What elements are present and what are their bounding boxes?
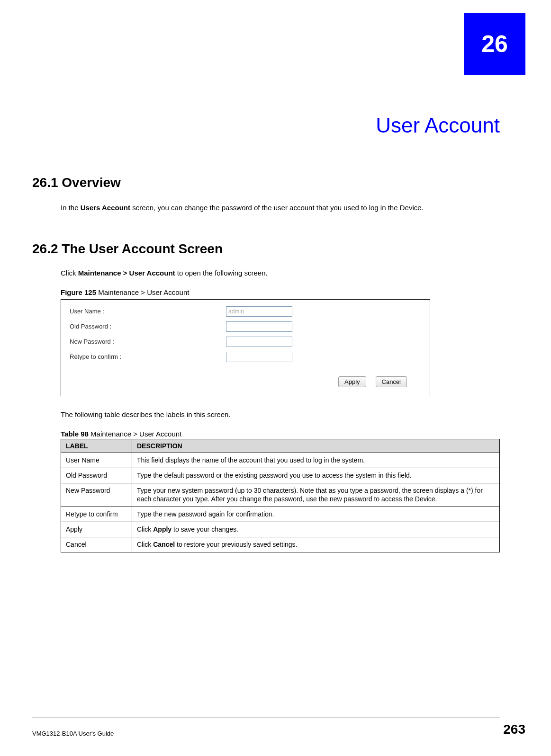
table-row: New Password Type your new system passwo… <box>61 483 500 507</box>
text: Click <box>137 541 153 548</box>
form-row-oldpw: Old Password : <box>70 321 421 332</box>
cell-desc: Type the default password or the existin… <box>132 468 500 483</box>
table-title: Maintenance > User Account <box>89 430 181 438</box>
after-figure-text: The following table describes the labels… <box>61 410 500 418</box>
text-bold: Apply <box>153 525 172 533</box>
apply-button[interactable]: Apply <box>338 376 366 387</box>
text: to open the following screen. <box>175 269 268 277</box>
table-row: Apply Click Apply to save your changes. <box>61 522 500 537</box>
chapter-badge: 26 <box>464 13 525 75</box>
section-26-2-instruction: Click Maintenance > User Account to open… <box>61 269 500 277</box>
old-password-input[interactable] <box>226 321 292 332</box>
form-row-retype: Retype to confirm : <box>70 352 421 362</box>
text-bold: Maintenance > User Account <box>78 269 175 277</box>
table-row: Old Password Type the default password o… <box>61 468 500 483</box>
footer-page-number: 263 <box>503 722 525 737</box>
form-row-username: User Name : <box>70 306 421 317</box>
cell-label: User Name <box>61 453 132 468</box>
section-26-1-body: In the Users Account screen, you can cha… <box>61 203 500 213</box>
cell-label: Retype to confirm <box>61 507 132 522</box>
footer-guide-name: VMG1312-B10A User's Guide <box>32 730 114 737</box>
cell-desc: Click Cancel to restore your previously … <box>132 537 500 552</box>
page-footer: VMG1312-B10A User's Guide 263 <box>32 722 525 737</box>
table-row: Retype to confirm Type the new password … <box>61 507 500 522</box>
section-26-2-heading: 26.2 The User Account Screen <box>32 241 500 257</box>
table-98: LABEL DESCRIPTION User Name This field d… <box>61 439 500 552</box>
username-label: User Name : <box>70 308 226 315</box>
text: to restore your previously saved setting… <box>175 541 297 548</box>
button-row: Apply Cancel <box>70 376 421 387</box>
cell-label: Old Password <box>61 468 132 483</box>
new-password-label: New Password : <box>70 338 226 345</box>
cell-label: New Password <box>61 483 132 507</box>
table-header-row: LABEL DESCRIPTION <box>61 439 500 453</box>
username-input[interactable] <box>226 306 292 317</box>
section-26-1-heading: 26.1 Overview <box>32 175 500 190</box>
figure-title: Maintenance > User Account <box>96 288 189 296</box>
th-description: DESCRIPTION <box>132 439 500 453</box>
cell-label: Cancel <box>61 537 132 552</box>
cell-desc: This field displays the name of the acco… <box>132 453 500 468</box>
page-title: User Account <box>376 114 500 137</box>
text: In the <box>61 204 81 212</box>
text-bold: Cancel <box>153 541 175 548</box>
cell-desc: Type the new password again for confirma… <box>132 507 500 522</box>
table-98-caption: Table 98 Maintenance > User Account <box>61 430 500 438</box>
old-password-label: Old Password : <box>70 323 226 330</box>
new-password-input[interactable] <box>226 337 292 347</box>
cancel-button[interactable]: Cancel <box>376 376 407 387</box>
text: to save your changes. <box>172 525 238 533</box>
figure-125-caption: Figure 125 Maintenance > User Account <box>61 288 500 296</box>
form-row-newpw: New Password : <box>70 337 421 347</box>
th-label: LABEL <box>61 439 132 453</box>
text: Click <box>137 525 153 533</box>
cell-label: Apply <box>61 522 132 537</box>
table-row: User Name This field displays the name o… <box>61 453 500 468</box>
retype-label: Retype to confirm : <box>70 353 226 360</box>
chapter-number: 26 <box>481 30 508 58</box>
content-container: 26.1 Overview In the Users Account scree… <box>32 175 500 552</box>
footer-divider <box>32 718 500 718</box>
figure-125-screenshot: User Name : Old Password : New Password … <box>61 299 430 396</box>
table-row: Cancel Click Cancel to restore your prev… <box>61 537 500 552</box>
cell-desc: Type your new system password (up to 30 … <box>132 483 500 507</box>
figure-label: Figure 125 <box>61 288 96 296</box>
cell-desc: Click Apply to save your changes. <box>132 522 500 537</box>
retype-input[interactable] <box>226 352 292 362</box>
table-label: Table 98 <box>61 430 89 438</box>
text-bold: Users Account <box>81 204 130 212</box>
text: Click <box>61 269 78 277</box>
text: screen, you can change the password of t… <box>130 204 424 212</box>
